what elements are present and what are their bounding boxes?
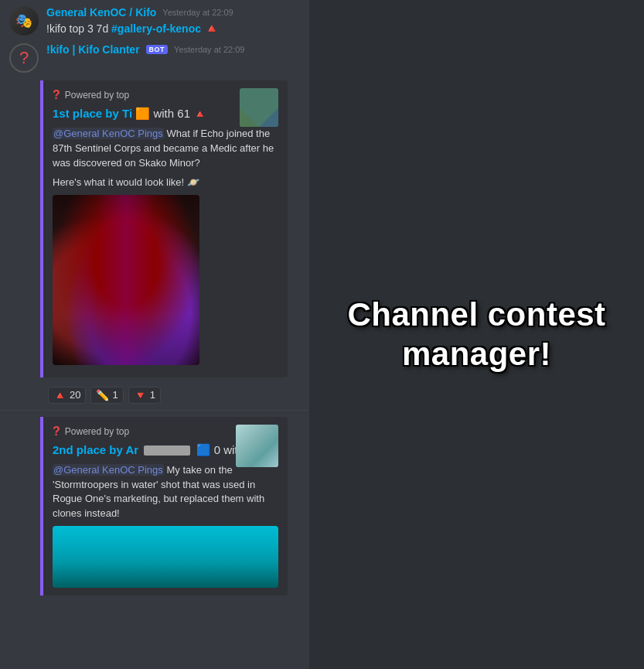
mention-1: @General KenOC Pings <box>53 128 164 139</box>
message-header: General KenOC / Kifo Yesterday at 22:09 <box>46 6 300 19</box>
command-text: !kifo top 3 7d <box>46 22 108 35</box>
timestamp-top: Yesterday at 22:09 <box>162 8 233 17</box>
upvote-icon: 🔺 <box>204 20 220 37</box>
edit-emoji: ✏️ <box>96 389 109 401</box>
embed-body-1: @General KenOC Pings What if Echo joined… <box>53 127 278 171</box>
bot-timestamp: Yesterday at 22:09 <box>174 45 244 54</box>
edit-count: 1 <box>112 389 118 401</box>
embed-card-1: ? Powered by top 1st place by Ti 🟧 with … <box>40 80 288 377</box>
channel-tag: #gallery-of-kenoc <box>111 22 201 35</box>
embed-thumbnail-1 <box>240 88 278 127</box>
divider <box>0 410 309 411</box>
powered-label-2: Powered by top <box>65 426 129 437</box>
embed-thumbnail-2 <box>236 425 278 467</box>
username-kenoc: General KenOC / Kifo <box>46 6 156 19</box>
right-panel: Channel contestmanager! <box>309 0 644 669</box>
downvote-emoji: 🔻 <box>134 389 147 401</box>
contest-title: Channel contestmanager! <box>347 295 605 374</box>
message-group-top: 🎭 General KenOC / Kifo Yesterday at 22:0… <box>0 0 309 40</box>
message-text-top: !kifo top 3 7d #gallery-of-kenoc 🔺 <box>46 20 300 37</box>
upvote-emoji: 🔺 <box>53 389 66 401</box>
embed-body-2: @General KenOC Pings My take on the 'Sto… <box>53 463 278 521</box>
mention-2: @General KenOC Pings <box>53 464 164 476</box>
downvote-count: 1 <box>150 389 155 401</box>
bot-message-header: ? !kifo | Kifo Clanter BOT Yesterday at … <box>0 40 309 76</box>
place-text-1: 1st place by Ti 🟧 with 61 🔺 <box>53 107 206 121</box>
reaction-edit[interactable]: ✏️ 1 <box>90 387 123 404</box>
embed-image-2 <box>53 526 278 588</box>
reactions-bar: 🔺 20 ✏️ 1 🔻 1 <box>0 382 309 408</box>
bot-badge: BOT <box>146 45 169 54</box>
embed-card-2: ? Powered by top 2nd place by Ar 🟦 0 wit… <box>40 417 288 596</box>
reaction-upvote[interactable]: 🔺 20 <box>48 387 86 404</box>
bot-header: !kifo | Kifo Clanter BOT Yesterday at 22… <box>46 43 300 56</box>
message-content-top: General KenOC / Kifo Yesterday at 22:09 … <box>46 6 300 37</box>
bot-avatar: ? <box>9 43 39 73</box>
avatar-kenoc: 🎭 <box>9 6 39 36</box>
bot-content: !kifo | Kifo Clanter BOT Yesterday at 22… <box>46 43 300 57</box>
reaction-downvote[interactable]: 🔻 1 <box>128 387 161 404</box>
powered-label-1: Powered by top <box>65 90 129 101</box>
upvote-count: 20 <box>70 389 80 401</box>
bot-username: !kifo | Kifo Clanter <box>46 43 140 56</box>
embed-image-1 <box>53 195 199 365</box>
embed-subtext-1: Here's what it would look like! 🪐 <box>53 176 278 190</box>
